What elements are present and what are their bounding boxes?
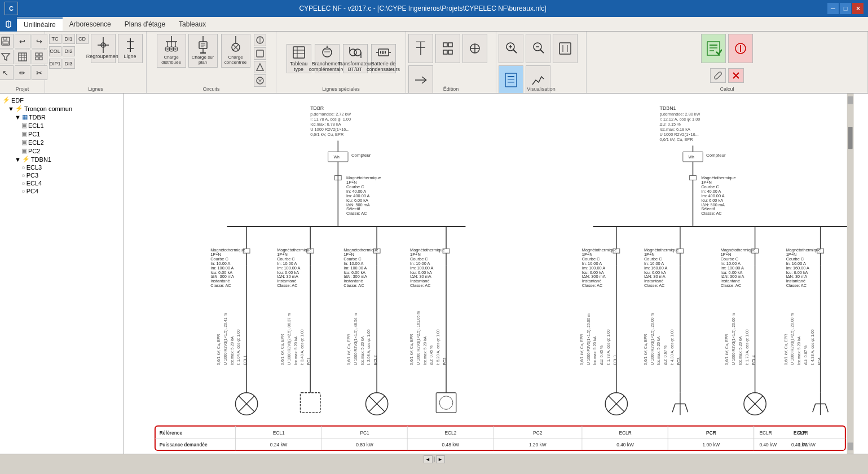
tb-di3[interactable]: DI3 xyxy=(63,59,75,69)
tb-calcul-stop[interactable] xyxy=(728,34,753,63)
svg-text:0,6/1 kV, Cu, EPR: 0,6/1 kV, Cu, EPR xyxy=(409,334,413,365)
window-controls: ─ □ ✕ xyxy=(827,3,863,14)
tb-zoom-out[interactable] xyxy=(526,34,550,63)
tb-cd[interactable]: CD xyxy=(76,34,89,44)
svg-text:U 1000 R2V2(1×16...: U 1000 R2V2(1×16... xyxy=(310,127,349,132)
tree-panel[interactable]: ⚡ EDF ▼ ⚡ Tronçon commun ▼ ▦ TDBR ▣ ECL1 xyxy=(0,94,124,454)
tb-transformateur[interactable]: Transformateur BT/BT xyxy=(343,44,368,73)
tree-item-ecl2[interactable]: ▣ ECL2 xyxy=(2,138,121,147)
tb-ligne[interactable]: Ligne xyxy=(118,34,143,63)
tree-item-ecl1[interactable]: ▣ ECL1 xyxy=(2,121,121,130)
menu-plans-etage[interactable]: Plans d'étage xyxy=(118,18,172,30)
tb-calcul-run[interactable] xyxy=(701,34,726,63)
tb-pen[interactable]: ✏ xyxy=(15,65,30,80)
tb-calc-btn[interactable] xyxy=(499,65,523,94)
tb-tc[interactable]: TC xyxy=(49,34,61,44)
tb-edit-1[interactable] xyxy=(408,34,433,63)
tb-di1[interactable]: DI1 xyxy=(63,34,75,44)
svg-text:ECLR: ECLR xyxy=(759,430,772,436)
tb-charge-concentree[interactable]: Charge concentrée xyxy=(221,34,250,68)
tree-item-label: PC2 xyxy=(28,148,40,154)
tb-charge-sur-plan[interactable]: Charge sur plan xyxy=(188,34,218,68)
statusbar: ◄ ► xyxy=(0,454,868,474)
tb-calcul-x[interactable] xyxy=(728,68,744,83)
tb-save[interactable] xyxy=(0,34,14,48)
tb-circuit-2[interactable] xyxy=(254,47,266,60)
tree-item-pc3[interactable]: ○ PC3 xyxy=(2,171,121,179)
tb-circuit-1[interactable] xyxy=(254,34,266,46)
svg-rect-48 xyxy=(257,50,263,57)
svg-text:0.24 kW: 0.24 kW xyxy=(270,442,288,448)
svg-text:Icc.max: 5.20 kA: Icc.max: 5.20 kA xyxy=(593,336,597,365)
toolbar-lignes: TC DI1 CD COL DI2 DIP1 DI3 Regroupement xyxy=(45,32,147,93)
tb-edit-2[interactable] xyxy=(435,34,460,63)
toolbar-edition: Édition xyxy=(406,32,496,93)
svg-text:U 1000 R2V3(1×1.5), 48.54 m: U 1000 R2V3(1×1.5), 48.54 m xyxy=(354,313,358,365)
tb-cursor[interactable]: ↖ xyxy=(0,65,14,80)
scroll-track-h[interactable] xyxy=(434,457,435,462)
tb-circuit-3[interactable] xyxy=(254,61,266,73)
menu-tableaux[interactable]: Tableaux xyxy=(172,18,213,30)
scroll-left-btn[interactable]: ◄ xyxy=(424,455,433,463)
tree-item-ecl3[interactable]: ○ ECL3 xyxy=(2,163,121,171)
tb-di2[interactable]: DI2 xyxy=(63,46,75,56)
menu-unilineaire[interactable]: Unilinéaire xyxy=(17,17,63,31)
app-icon: C xyxy=(5,2,18,15)
svg-text:0,6/1 kV, Cu, EPR: 0,6/1 kV, Cu, EPR xyxy=(644,334,647,365)
scroll-right-btn[interactable]: ► xyxy=(436,455,445,463)
tb-regroupement[interactable]: Regroupement xyxy=(91,34,116,63)
section-label-edition: Édition xyxy=(443,86,459,92)
tb-edit-3[interactable] xyxy=(462,34,487,63)
tree-item-edf[interactable]: ⚡ EDF xyxy=(2,96,121,104)
tb-edit-4[interactable] xyxy=(408,65,433,94)
tb-filter[interactable] xyxy=(0,50,14,64)
tree-item-pc2[interactable]: ▣ PC2 xyxy=(2,147,121,155)
tree-item-label: PC4 xyxy=(27,188,38,194)
svg-text:I: 12.12 A, cos φ: 1.00: I: 12.12 A, cos φ: 1.00 xyxy=(660,117,700,122)
tree-item-ecl4[interactable]: ○ ECL4 xyxy=(2,179,121,187)
svg-point-57 xyxy=(323,48,332,57)
svg-line-82 xyxy=(422,77,426,80)
tb-circuit-4[interactable] xyxy=(254,74,266,87)
svg-text:Wh: Wh xyxy=(333,155,339,159)
expand-icon: ▼ xyxy=(15,114,21,121)
svg-text:ΔU: 0.45 %: ΔU: 0.45 % xyxy=(600,345,603,365)
svg-rect-75 xyxy=(448,43,452,47)
svg-text:Icc.max: 5.20 kA: Icc.max: 5.20 kA xyxy=(230,336,234,365)
tb-batterie[interactable]: Batterie de condensateurs xyxy=(371,44,396,73)
tree-item-label: EDF xyxy=(11,97,24,104)
tb-col[interactable]: COL xyxy=(49,46,61,56)
tree-item-pc4[interactable]: ○ PC4 xyxy=(2,187,121,195)
tb-table[interactable] xyxy=(15,50,30,64)
svg-text:I: 1.04 A, cos φ: 1.00: I: 1.04 A, cos φ: 1.00 xyxy=(236,329,241,365)
tb-dip1[interactable]: DIP1 xyxy=(49,59,61,69)
svg-text:0,6/1 kV, Cu, EPR: 0,6/1 kV, Cu, EPR xyxy=(310,132,343,137)
svg-text:p.demandée: 2.72 kW: p.demandée: 2.72 kW xyxy=(310,112,351,117)
tree-item-pc1[interactable]: ▣ PC1 xyxy=(2,130,121,138)
section-label-lignes-speciales: Lignes spéciales xyxy=(322,86,360,92)
svg-text:Compteur: Compteur xyxy=(351,153,371,158)
svg-rect-12 xyxy=(39,53,42,56)
schematic-view[interactable]: TDBR p.demandée: 2.72 kW I: 11.78 A, cos… xyxy=(124,94,868,454)
tb-tableau-type[interactable]: Tableau type xyxy=(287,44,311,73)
tb-calcul-wrench[interactable] xyxy=(710,68,726,83)
svg-text:I: 11.78 A, cos φ: 1.00: I: 11.78 A, cos φ: 1.00 xyxy=(310,117,351,122)
svg-text:ECL1: ECL1 xyxy=(273,430,285,436)
svg-text:I: 5.20 A, cos φ: 1.00: I: 5.20 A, cos φ: 1.00 xyxy=(436,329,440,365)
minimize-button[interactable]: ─ xyxy=(827,3,839,14)
tree-item-troncon[interactable]: ▼ ⚡ Tronçon commun xyxy=(2,104,121,113)
tb-charge-distribuee[interactable]: Charge distribuée xyxy=(157,34,186,68)
tb-branchement[interactable]: Branchement complémentaire xyxy=(315,44,340,73)
svg-text:U 1000 P2V3(1×1.5), 20.00 m: U 1000 P2V3(1×1.5), 20.00 m xyxy=(587,313,591,365)
tree-item-tdbr[interactable]: ▼ ▦ TDBR xyxy=(2,113,121,121)
tb-zoom-in[interactable] xyxy=(499,34,523,63)
svg-text:Classe: AC: Classe: AC xyxy=(786,283,807,288)
tree-item-tdbn1[interactable]: ▼ ⚡ TDBN1 xyxy=(2,155,121,163)
tb-zoom-fit[interactable] xyxy=(553,34,578,63)
maximize-button[interactable]: □ xyxy=(840,3,851,14)
tb-undo[interactable]: ↩ xyxy=(15,34,30,48)
menu-arborescence[interactable]: Arborescence xyxy=(63,18,118,30)
close-button[interactable]: ✕ xyxy=(852,3,863,14)
edf-icon: ⚡ xyxy=(2,96,10,104)
schematic-canvas[interactable]: TDBR p.demandée: 2.72 kW I: 11.78 A, cos… xyxy=(124,94,868,454)
